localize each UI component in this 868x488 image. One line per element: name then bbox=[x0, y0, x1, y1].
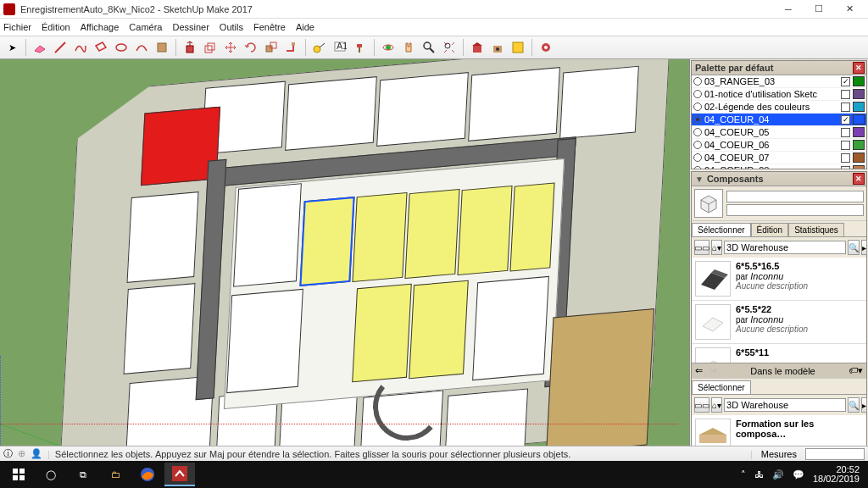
followme-tool[interactable] bbox=[283, 39, 300, 56]
visibility-checkbox[interactable]: ✓ bbox=[841, 77, 850, 86]
rotate-tool[interactable] bbox=[242, 39, 259, 56]
network-icon[interactable]: 🖧 bbox=[754, 469, 764, 480]
menu-edit[interactable]: Édition bbox=[42, 22, 70, 32]
radio-icon[interactable] bbox=[693, 115, 702, 124]
color-swatch[interactable] bbox=[853, 102, 865, 112]
visibility-checkbox[interactable]: ✓ bbox=[841, 115, 850, 125]
extension-warehouse-tool[interactable] bbox=[489, 39, 506, 56]
color-swatch[interactable] bbox=[853, 114, 865, 125]
layer-row[interactable]: 03_RANGEE_03 ✓ bbox=[692, 75, 866, 88]
help-icon[interactable]: ⓘ bbox=[3, 447, 13, 460]
color-swatch[interactable] bbox=[853, 89, 865, 99]
color-swatch[interactable] bbox=[853, 140, 865, 150]
search-button-2[interactable]: 🔍 bbox=[848, 397, 860, 413]
radio-icon[interactable] bbox=[693, 90, 702, 98]
layer-row[interactable]: 04_COEUR_05 bbox=[692, 126, 866, 139]
search-taskbar-icon[interactable]: ◯ bbox=[36, 463, 66, 486]
move-tool[interactable] bbox=[222, 39, 239, 56]
menu-file[interactable]: Fichier bbox=[3, 22, 31, 32]
layer-row[interactable]: 04_COEUR_06 bbox=[692, 139, 866, 152]
visibility-checkbox[interactable] bbox=[841, 90, 850, 99]
search-input[interactable] bbox=[724, 241, 846, 254]
nav-button-2[interactable]: ▸ bbox=[861, 397, 867, 413]
paint-tool[interactable] bbox=[352, 39, 369, 56]
layers-list[interactable]: 03_RANGEE_03 ✓ 01-notice d'utilisation S… bbox=[692, 75, 866, 169]
firefox-icon[interactable] bbox=[132, 463, 163, 486]
system-tray[interactable]: ˄ 🖧 🔊 💬 20:52 18/02/2019 bbox=[741, 465, 865, 484]
extension-manager-tool[interactable] bbox=[537, 39, 554, 56]
warehouse-tool[interactable] bbox=[469, 39, 486, 56]
tray-chevron-icon[interactable]: ˄ bbox=[741, 469, 746, 480]
layer-row[interactable]: 04_COEUR_08 bbox=[692, 164, 866, 169]
layer-row[interactable]: 01-notice d'utilisation Sketc bbox=[692, 88, 866, 101]
layer-row[interactable]: 02-Légende des couleurs bbox=[692, 101, 866, 114]
minimize-button[interactable]: ─ bbox=[773, 0, 804, 19]
radio-icon[interactable] bbox=[693, 128, 702, 136]
component-name-input[interactable] bbox=[726, 191, 864, 202]
menu-window[interactable]: Fenêtre bbox=[253, 22, 286, 32]
select-tool[interactable]: ➤ bbox=[3, 39, 20, 56]
volume-icon[interactable]: 🔊 bbox=[772, 469, 784, 480]
search-input-2[interactable] bbox=[724, 398, 846, 412]
components-panel-header[interactable]: ▼ Composants ✕ bbox=[692, 172, 866, 186]
offset-tool[interactable] bbox=[202, 39, 219, 56]
radio-icon[interactable] bbox=[693, 141, 702, 149]
scale-tool[interactable] bbox=[263, 39, 280, 56]
close-icon[interactable]: ✕ bbox=[853, 62, 865, 74]
text-tool[interactable]: A1 bbox=[331, 39, 348, 56]
layer-row[interactable]: 04_COEUR_04 ✓ bbox=[692, 114, 866, 126]
radio-icon[interactable] bbox=[693, 166, 702, 169]
component-card[interactable]: 6*5.5*16.5 par Inconnu Aucune descriptio… bbox=[692, 258, 866, 301]
rectangle-tool[interactable] bbox=[92, 39, 109, 56]
visibility-checkbox[interactable] bbox=[841, 166, 850, 169]
tape-tool[interactable] bbox=[311, 39, 328, 56]
visibility-checkbox[interactable] bbox=[841, 103, 850, 112]
radio-icon[interactable] bbox=[693, 103, 702, 111]
component-cards[interactable]: 6*5.5*16.5 par Inconnu Aucune descriptio… bbox=[692, 258, 866, 363]
pan-tool[interactable] bbox=[400, 39, 417, 56]
details-button[interactable]: 🏷▾ bbox=[849, 365, 863, 376]
close-icon[interactable]: ✕ bbox=[853, 173, 865, 185]
freehand-tool[interactable] bbox=[72, 39, 89, 56]
tab-select[interactable]: Sélectionner bbox=[692, 223, 751, 236]
zoom-tool[interactable] bbox=[420, 39, 437, 56]
pushpull-tool[interactable] bbox=[181, 39, 198, 56]
maximize-button[interactable]: ☐ bbox=[804, 0, 834, 19]
visibility-checkbox[interactable] bbox=[841, 153, 850, 163]
color-swatch[interactable] bbox=[853, 165, 865, 169]
polygon-tool[interactable] bbox=[153, 39, 170, 56]
zoom-extents-tool[interactable] bbox=[441, 39, 458, 56]
taskview-icon[interactable]: ⧉ bbox=[68, 463, 98, 486]
tab-stats[interactable]: Statistiques bbox=[788, 223, 844, 236]
arc-tool[interactable] bbox=[133, 39, 150, 56]
eraser-tool[interactable] bbox=[31, 39, 48, 56]
layer-row[interactable]: 04_COEUR_07 bbox=[692, 152, 866, 164]
home-button[interactable]: ⌂▾ bbox=[711, 240, 722, 255]
component-card[interactable]: 6*55*11 bbox=[692, 344, 866, 363]
orbit-tool[interactable] bbox=[380, 39, 397, 56]
sketchup-taskbar-icon[interactable] bbox=[164, 463, 195, 486]
home-button-2[interactable]: ⌂▾ bbox=[711, 397, 722, 413]
menu-camera[interactable]: Caméra bbox=[129, 22, 162, 32]
tab-edit[interactable]: Édition bbox=[751, 223, 789, 236]
view-mode-button[interactable]: ▭▭ bbox=[694, 240, 709, 255]
start-button[interactable] bbox=[3, 463, 34, 486]
component-thumb-icon[interactable] bbox=[694, 189, 723, 218]
radio-icon[interactable] bbox=[693, 153, 702, 162]
circle-tool[interactable] bbox=[113, 39, 130, 56]
measurements-input[interactable] bbox=[805, 448, 865, 460]
person-icon[interactable]: 👤 bbox=[31, 448, 42, 459]
color-swatch[interactable] bbox=[853, 152, 865, 163]
layout-tool[interactable] bbox=[509, 39, 526, 56]
geolocation-icon[interactable]: ⊕ bbox=[18, 448, 25, 459]
menu-draw[interactable]: Dessiner bbox=[172, 22, 209, 32]
component-card[interactable]: 6*5.5*22 par Inconnu Aucune description bbox=[692, 301, 866, 344]
tab-select-2[interactable]: Sélectionner bbox=[692, 380, 751, 394]
search-button[interactable]: 🔍 bbox=[848, 240, 860, 255]
radio-icon[interactable] bbox=[693, 77, 702, 86]
menu-view[interactable]: Affichage bbox=[81, 22, 120, 32]
menu-tools[interactable]: Outils bbox=[220, 22, 243, 32]
nav-button[interactable]: ▸ bbox=[861, 240, 867, 255]
visibility-checkbox[interactable] bbox=[841, 141, 850, 150]
model-viewport[interactable] bbox=[0, 59, 690, 460]
